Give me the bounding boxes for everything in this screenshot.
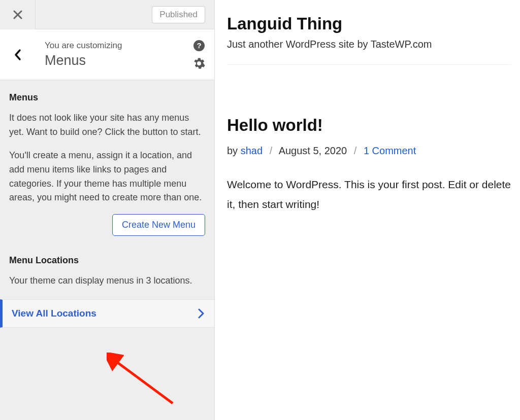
menus-title: Menus [9,92,205,103]
site-title[interactable]: Languid Thing [227,14,520,33]
post-author-link[interactable]: shad [241,145,263,156]
svg-text:?: ? [197,41,201,50]
meta-separator: / [354,145,357,156]
meta-separator: / [270,145,273,156]
customizing-label: You are customizing [45,41,205,51]
menus-intro-1: It does not look like your site has any … [9,111,205,139]
post-comments-link[interactable]: 1 Comment [364,145,416,156]
view-all-locations-label: View All Locations [12,308,96,319]
section-title: Menus [45,53,205,68]
back-button[interactable] [0,29,36,80]
panel-header-main: You are customizing Menus ? [36,29,214,80]
panel-header: You are customizing Menus ? [0,29,214,80]
post-title[interactable]: Hello world! [227,116,520,135]
post-body: Welcome to WordPress. This is your first… [227,175,511,215]
view-all-locations-button[interactable]: View All Locations [0,299,214,328]
customizer-topbar: Published [0,0,214,29]
help-icon[interactable]: ? [193,40,205,52]
post-date: August 5, 2020 [279,145,347,156]
menu-locations-block: Menu Locations Your theme can display me… [0,255,214,299]
menus-panel: Menus It does not look like your site ha… [0,80,214,255]
create-new-menu-button[interactable]: Create New Menu [112,214,205,236]
by-label: by [227,145,241,156]
menu-locations-title: Menu Locations [9,255,205,266]
published-button[interactable]: Published [152,6,205,23]
chevron-right-icon [198,308,204,319]
topbar-actions: Published [36,6,214,23]
chevron-left-icon [14,49,22,61]
post-meta: by shad / August 5, 2020 / 1 Comment [227,145,520,157]
gear-icon[interactable] [193,57,205,69]
menus-intro-2: You'll create a menu, assign it a locati… [9,149,205,205]
close-icon [13,10,22,19]
site-tagline: Just another WordPress site by TasteWP.c… [227,39,511,65]
site-preview: Languid Thing Just another WordPress sit… [215,0,520,420]
close-button[interactable] [0,0,36,29]
customizer-sidebar: Published You are customizing Menus ? Me [0,0,215,420]
menu-locations-subtitle: Your theme can display menus in 3 locati… [9,274,205,288]
